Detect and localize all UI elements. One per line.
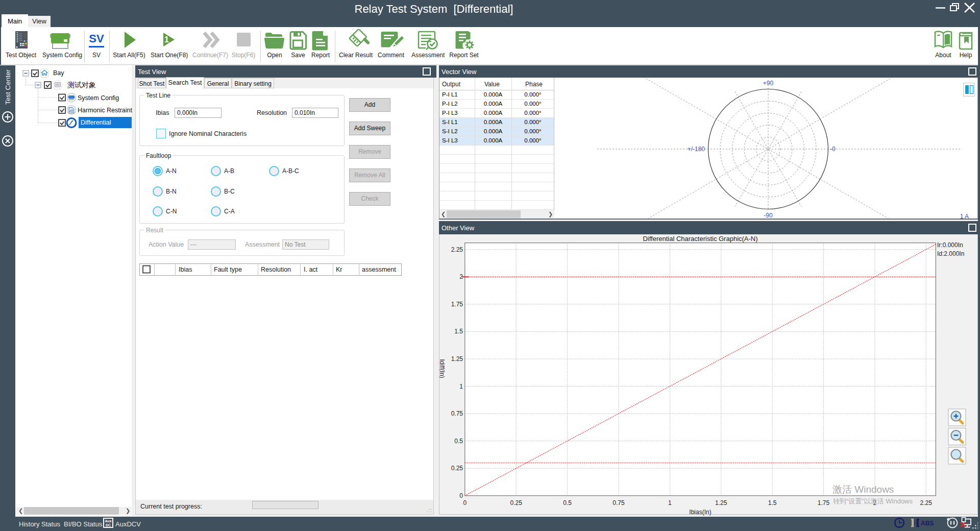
svg-text:+/-180: +/-180: [688, 146, 705, 153]
svg-text:0.75: 0.75: [612, 499, 625, 506]
svg-text:0.5: 0.5: [454, 438, 463, 445]
svg-text:1: 1: [668, 499, 672, 506]
svg-text:1: 1: [459, 383, 463, 390]
svg-text:1: 1: [164, 35, 169, 44]
svg-text:Idiff(In): Idiff(In): [439, 359, 446, 378]
svg-text:0: 0: [459, 492, 463, 499]
svg-text:-0: -0: [830, 146, 836, 153]
svg-text:ABS: ABS: [921, 520, 934, 527]
svg-text:1.25: 1.25: [715, 499, 727, 506]
svg-text:2: 2: [459, 273, 463, 280]
svg-text:转到“设置”以激活 Windows: 转到“设置”以激活 Windows: [833, 497, 913, 505]
svg-text:0: 0: [463, 499, 467, 506]
svg-text:0.5: 0.5: [563, 499, 572, 506]
svg-text:Differential Characteristic Gr: Differential Characteristic Graphic(A-N): [643, 235, 757, 243]
svg-text:Ibias(In): Ibias(In): [689, 509, 711, 516]
svg-text:1.75: 1.75: [451, 301, 463, 308]
svg-text:0.75: 0.75: [451, 410, 463, 417]
svg-text:1 A: 1 A: [960, 213, 969, 219]
svg-text:2.25: 2.25: [451, 246, 463, 253]
svg-text:1.25: 1.25: [451, 355, 463, 363]
svg-text:-90: -90: [764, 212, 773, 219]
svg-text:1.5: 1.5: [768, 499, 777, 506]
svg-text:0.25: 0.25: [510, 499, 523, 506]
svg-text:Id:2.000In: Id:2.000In: [937, 250, 964, 257]
svg-text:Ir:0.000In: Ir:0.000In: [937, 242, 963, 249]
svg-text:1.75: 1.75: [818, 499, 830, 506]
svg-text:2.25: 2.25: [920, 499, 933, 506]
svg-text:0.25: 0.25: [451, 465, 463, 472]
svg-text:激活 Windows: 激活 Windows: [832, 484, 894, 495]
svg-text:1.5: 1.5: [454, 328, 463, 335]
svg-text:+90: +90: [763, 80, 774, 87]
